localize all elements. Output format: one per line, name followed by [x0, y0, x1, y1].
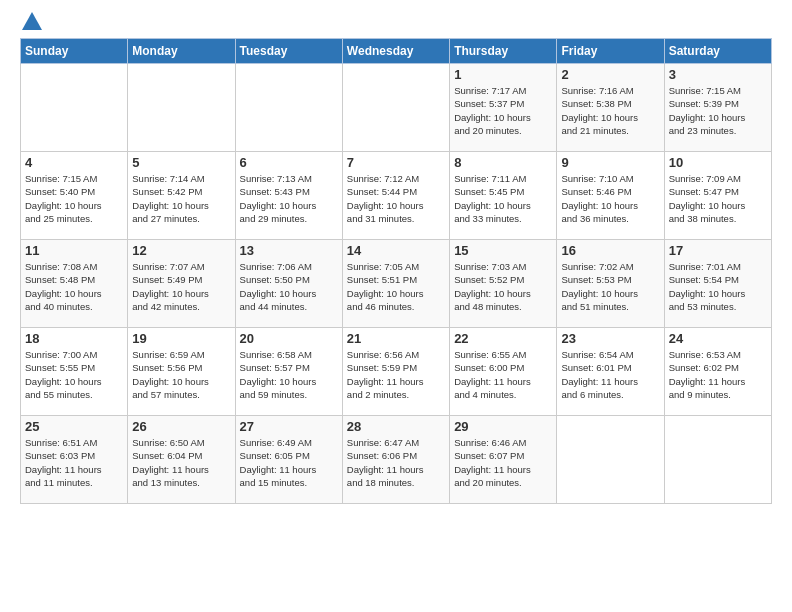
day-number: 13: [240, 243, 338, 258]
day-number: 2: [561, 67, 659, 82]
calendar-cell: 15Sunrise: 7:03 AM Sunset: 5:52 PM Dayli…: [450, 240, 557, 328]
calendar-header-wednesday: Wednesday: [342, 39, 449, 64]
calendar-cell: 21Sunrise: 6:56 AM Sunset: 5:59 PM Dayli…: [342, 328, 449, 416]
calendar-header-thursday: Thursday: [450, 39, 557, 64]
day-info: Sunrise: 7:12 AM Sunset: 5:44 PM Dayligh…: [347, 172, 445, 225]
day-number: 21: [347, 331, 445, 346]
calendar-week-2: 11Sunrise: 7:08 AM Sunset: 5:48 PM Dayli…: [21, 240, 772, 328]
calendar-cell: 17Sunrise: 7:01 AM Sunset: 5:54 PM Dayli…: [664, 240, 771, 328]
calendar-week-4: 25Sunrise: 6:51 AM Sunset: 6:03 PM Dayli…: [21, 416, 772, 504]
calendar-cell: [557, 416, 664, 504]
day-number: 29: [454, 419, 552, 434]
calendar-cell: 22Sunrise: 6:55 AM Sunset: 6:00 PM Dayli…: [450, 328, 557, 416]
calendar-cell: 3Sunrise: 7:15 AM Sunset: 5:39 PM Daylig…: [664, 64, 771, 152]
day-info: Sunrise: 6:55 AM Sunset: 6:00 PM Dayligh…: [454, 348, 552, 401]
day-info: Sunrise: 7:05 AM Sunset: 5:51 PM Dayligh…: [347, 260, 445, 313]
day-info: Sunrise: 7:08 AM Sunset: 5:48 PM Dayligh…: [25, 260, 123, 313]
day-info: Sunrise: 6:47 AM Sunset: 6:06 PM Dayligh…: [347, 436, 445, 489]
calendar-cell: 11Sunrise: 7:08 AM Sunset: 5:48 PM Dayli…: [21, 240, 128, 328]
day-info: Sunrise: 7:01 AM Sunset: 5:54 PM Dayligh…: [669, 260, 767, 313]
calendar-week-3: 18Sunrise: 7:00 AM Sunset: 5:55 PM Dayli…: [21, 328, 772, 416]
calendar: SundayMondayTuesdayWednesdayThursdayFrid…: [20, 38, 772, 504]
day-number: 14: [347, 243, 445, 258]
day-info: Sunrise: 7:15 AM Sunset: 5:40 PM Dayligh…: [25, 172, 123, 225]
day-number: 28: [347, 419, 445, 434]
calendar-cell: 26Sunrise: 6:50 AM Sunset: 6:04 PM Dayli…: [128, 416, 235, 504]
calendar-cell: 10Sunrise: 7:09 AM Sunset: 5:47 PM Dayli…: [664, 152, 771, 240]
day-number: 11: [25, 243, 123, 258]
calendar-cell: 5Sunrise: 7:14 AM Sunset: 5:42 PM Daylig…: [128, 152, 235, 240]
day-number: 4: [25, 155, 123, 170]
day-info: Sunrise: 7:15 AM Sunset: 5:39 PM Dayligh…: [669, 84, 767, 137]
day-info: Sunrise: 7:06 AM Sunset: 5:50 PM Dayligh…: [240, 260, 338, 313]
calendar-cell: 14Sunrise: 7:05 AM Sunset: 5:51 PM Dayli…: [342, 240, 449, 328]
day-number: 22: [454, 331, 552, 346]
calendar-cell: 13Sunrise: 7:06 AM Sunset: 5:50 PM Dayli…: [235, 240, 342, 328]
calendar-week-0: 1Sunrise: 7:17 AM Sunset: 5:37 PM Daylig…: [21, 64, 772, 152]
calendar-cell: 1Sunrise: 7:17 AM Sunset: 5:37 PM Daylig…: [450, 64, 557, 152]
calendar-cell: 7Sunrise: 7:12 AM Sunset: 5:44 PM Daylig…: [342, 152, 449, 240]
day-info: Sunrise: 6:59 AM Sunset: 5:56 PM Dayligh…: [132, 348, 230, 401]
header: [20, 16, 772, 30]
day-info: Sunrise: 6:53 AM Sunset: 6:02 PM Dayligh…: [669, 348, 767, 401]
calendar-cell: 27Sunrise: 6:49 AM Sunset: 6:05 PM Dayli…: [235, 416, 342, 504]
calendar-cell: 2Sunrise: 7:16 AM Sunset: 5:38 PM Daylig…: [557, 64, 664, 152]
calendar-cell: 12Sunrise: 7:07 AM Sunset: 5:49 PM Dayli…: [128, 240, 235, 328]
calendar-header-tuesday: Tuesday: [235, 39, 342, 64]
calendar-cell: 24Sunrise: 6:53 AM Sunset: 6:02 PM Dayli…: [664, 328, 771, 416]
calendar-cell: 16Sunrise: 7:02 AM Sunset: 5:53 PM Dayli…: [557, 240, 664, 328]
day-number: 25: [25, 419, 123, 434]
page: SundayMondayTuesdayWednesdayThursdayFrid…: [0, 0, 792, 612]
day-info: Sunrise: 6:51 AM Sunset: 6:03 PM Dayligh…: [25, 436, 123, 489]
calendar-cell: [128, 64, 235, 152]
calendar-cell: 19Sunrise: 6:59 AM Sunset: 5:56 PM Dayli…: [128, 328, 235, 416]
calendar-header-friday: Friday: [557, 39, 664, 64]
day-info: Sunrise: 6:56 AM Sunset: 5:59 PM Dayligh…: [347, 348, 445, 401]
day-number: 6: [240, 155, 338, 170]
day-number: 12: [132, 243, 230, 258]
day-number: 7: [347, 155, 445, 170]
day-info: Sunrise: 7:17 AM Sunset: 5:37 PM Dayligh…: [454, 84, 552, 137]
day-info: Sunrise: 6:54 AM Sunset: 6:01 PM Dayligh…: [561, 348, 659, 401]
calendar-header-monday: Monday: [128, 39, 235, 64]
calendar-cell: 25Sunrise: 6:51 AM Sunset: 6:03 PM Dayli…: [21, 416, 128, 504]
day-number: 3: [669, 67, 767, 82]
day-info: Sunrise: 7:07 AM Sunset: 5:49 PM Dayligh…: [132, 260, 230, 313]
day-number: 24: [669, 331, 767, 346]
calendar-cell: 18Sunrise: 7:00 AM Sunset: 5:55 PM Dayli…: [21, 328, 128, 416]
day-number: 15: [454, 243, 552, 258]
logo: [20, 16, 42, 30]
day-info: Sunrise: 7:10 AM Sunset: 5:46 PM Dayligh…: [561, 172, 659, 225]
day-number: 17: [669, 243, 767, 258]
day-number: 26: [132, 419, 230, 434]
calendar-header-sunday: Sunday: [21, 39, 128, 64]
day-number: 19: [132, 331, 230, 346]
calendar-cell: 20Sunrise: 6:58 AM Sunset: 5:57 PM Dayli…: [235, 328, 342, 416]
calendar-cell: 9Sunrise: 7:10 AM Sunset: 5:46 PM Daylig…: [557, 152, 664, 240]
day-info: Sunrise: 6:50 AM Sunset: 6:04 PM Dayligh…: [132, 436, 230, 489]
day-number: 10: [669, 155, 767, 170]
day-info: Sunrise: 7:09 AM Sunset: 5:47 PM Dayligh…: [669, 172, 767, 225]
day-number: 1: [454, 67, 552, 82]
day-number: 9: [561, 155, 659, 170]
logo-triangle-icon: [22, 12, 42, 30]
logo-text: [20, 16, 42, 30]
day-info: Sunrise: 6:49 AM Sunset: 6:05 PM Dayligh…: [240, 436, 338, 489]
calendar-header-row: SundayMondayTuesdayWednesdayThursdayFrid…: [21, 39, 772, 64]
day-number: 27: [240, 419, 338, 434]
day-info: Sunrise: 7:11 AM Sunset: 5:45 PM Dayligh…: [454, 172, 552, 225]
calendar-cell: 4Sunrise: 7:15 AM Sunset: 5:40 PM Daylig…: [21, 152, 128, 240]
day-number: 5: [132, 155, 230, 170]
day-info: Sunrise: 7:16 AM Sunset: 5:38 PM Dayligh…: [561, 84, 659, 137]
calendar-cell: 6Sunrise: 7:13 AM Sunset: 5:43 PM Daylig…: [235, 152, 342, 240]
day-info: Sunrise: 7:13 AM Sunset: 5:43 PM Dayligh…: [240, 172, 338, 225]
calendar-cell: 8Sunrise: 7:11 AM Sunset: 5:45 PM Daylig…: [450, 152, 557, 240]
calendar-cell: 29Sunrise: 6:46 AM Sunset: 6:07 PM Dayli…: [450, 416, 557, 504]
day-info: Sunrise: 7:03 AM Sunset: 5:52 PM Dayligh…: [454, 260, 552, 313]
calendar-week-1: 4Sunrise: 7:15 AM Sunset: 5:40 PM Daylig…: [21, 152, 772, 240]
calendar-cell: [342, 64, 449, 152]
day-info: Sunrise: 7:02 AM Sunset: 5:53 PM Dayligh…: [561, 260, 659, 313]
day-number: 16: [561, 243, 659, 258]
day-number: 18: [25, 331, 123, 346]
calendar-cell: [664, 416, 771, 504]
